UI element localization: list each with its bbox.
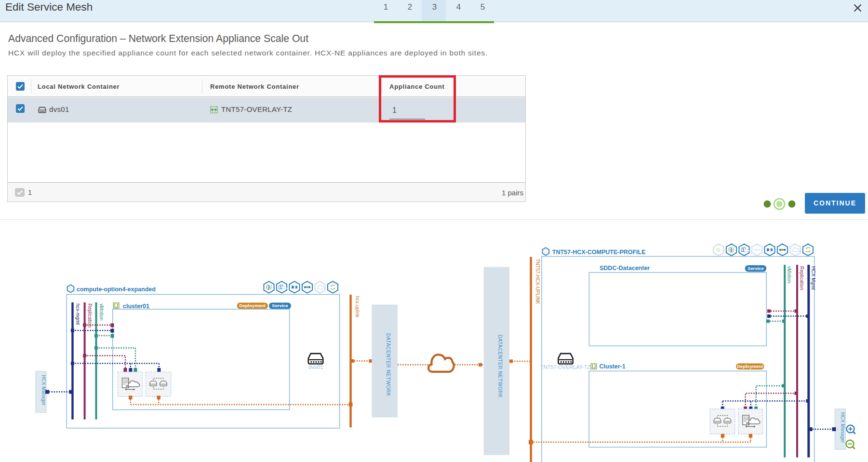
svg-text:compute-option4-expanded: compute-option4-expanded <box>77 286 156 293</box>
svg-text:TNT57-OVERLAY-TZ: TNT57-OVERLAY-TZ <box>540 364 591 370</box>
svg-text:dvs01: dvs01 <box>308 364 323 370</box>
svg-text:vMotion: vMotion <box>99 304 104 321</box>
svg-text:vMotion: vMotion <box>787 266 792 283</box>
svg-text:Cluster-1: Cluster-1 <box>600 363 626 370</box>
svg-text:cluster01: cluster01 <box>123 303 149 310</box>
svg-text:hcx-mgmt: hcx-mgmt <box>75 304 80 325</box>
svg-text:Replication: Replication <box>799 266 804 290</box>
svg-text:hcx-uplink: hcx-uplink <box>355 296 360 318</box>
svg-text:HCX Manager: HCX Manager <box>41 375 46 406</box>
svg-text:TNT57-HCX-COMPUTE-PROFILE: TNT57-HCX-COMPUTE-PROFILE <box>552 249 646 256</box>
svg-text:Replication: Replication <box>87 304 93 327</box>
svg-text:DATACENTER NETWORK: DATACENTER NETWORK <box>497 335 503 398</box>
svg-text:SDDC-Datacenter: SDDC-Datacenter <box>600 265 650 272</box>
svg-text:Service: Service <box>748 266 764 271</box>
svg-text:Service: Service <box>272 303 288 308</box>
svg-text:Deployment: Deployment <box>737 364 763 369</box>
svg-text:HCX Mgmt: HCX Mgmt <box>811 266 816 290</box>
svg-text:TNT57-HCX-UPLINK: TNT57-HCX-UPLINK <box>535 259 540 305</box>
svg-text:Deployment: Deployment <box>240 303 266 308</box>
svg-text:HCX Manager: HCX Manager <box>840 412 845 443</box>
svg-text:DATACENTER NETWORK: DATACENTER NETWORK <box>386 333 391 396</box>
